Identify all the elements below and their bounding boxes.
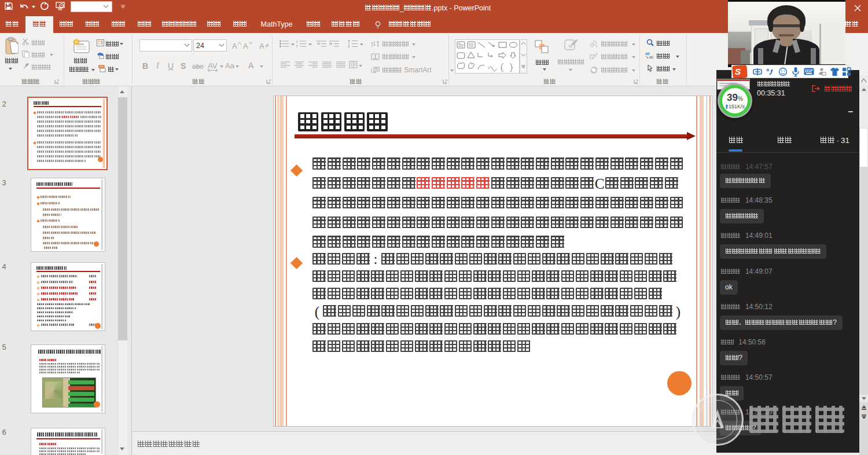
svg-text:ac: ac xyxy=(649,55,654,59)
